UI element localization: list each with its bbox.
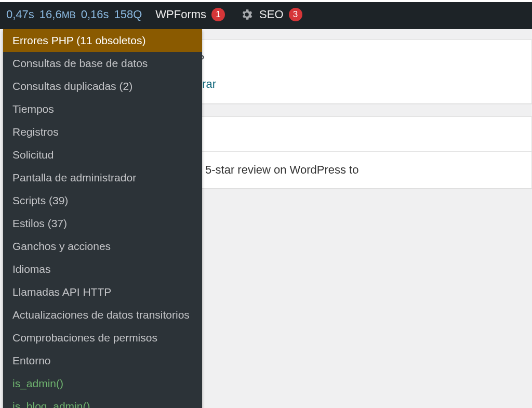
- dropdown-item[interactable]: is_blog_admin(): [3, 395, 202, 408]
- dropdown-item[interactable]: Tiempos: [3, 98, 202, 121]
- dropdown-item[interactable]: Comprobaciones de permisos: [3, 326, 202, 349]
- dropdown-item[interactable]: Scripts (39): [3, 189, 202, 212]
- seo-badge: 3: [289, 8, 302, 21]
- qm-time1: 0,47s: [6, 8, 34, 21]
- dropdown-item[interactable]: Entorno: [3, 349, 202, 372]
- admin-toolbar: 0,47s 16,6MB 0,16s 158Q WPForms 1 SEO 3: [0, 0, 532, 29]
- dropdown-item[interactable]: Solicitud: [3, 143, 202, 166]
- seo-label: SEO: [259, 8, 283, 21]
- qm-memory: 16,6MB: [39, 8, 76, 21]
- dropdown-item[interactable]: Registros: [3, 121, 202, 143]
- query-monitor-dropdown: Errores PHP (11 obsoletos)Consultas de b…: [3, 29, 202, 408]
- dropdown-item[interactable]: Consultas duplicadas (2): [3, 75, 202, 98]
- dropdown-item[interactable]: Ganchos y acciones: [3, 235, 202, 258]
- dropdown-item[interactable]: Pantalla de administrador: [3, 166, 202, 189]
- query-monitor-stats[interactable]: 0,47s 16,6MB 0,16s 158Q: [0, 8, 148, 21]
- dropdown-item[interactable]: Idiomas: [3, 258, 202, 281]
- toolbar-seo[interactable]: SEO 3: [232, 0, 309, 29]
- dropdown-item[interactable]: Actualizaciones de datos transitorios: [3, 304, 202, 326]
- qm-queries: 158Q: [114, 8, 142, 21]
- gear-icon: [240, 7, 254, 22]
- toolbar-wpforms[interactable]: WPForms 1: [148, 0, 232, 29]
- qm-time2: 0,16s: [81, 8, 109, 21]
- dropdown-item[interactable]: Llamadas API HTTP: [3, 281, 202, 304]
- wpforms-badge: 1: [211, 8, 225, 21]
- dropdown-item[interactable]: Estilos (37): [3, 212, 202, 235]
- wpforms-label: WPForms: [155, 8, 206, 21]
- dropdown-item[interactable]: is_admin(): [3, 372, 202, 395]
- dropdown-item[interactable]: Errores PHP (11 obsoletos): [3, 29, 202, 52]
- dropdown-item[interactable]: Consultas de base de datos: [3, 52, 202, 75]
